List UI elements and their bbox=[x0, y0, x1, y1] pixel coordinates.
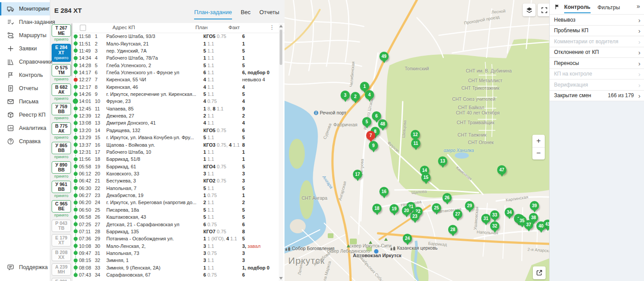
map-marker-37[interactable]: 37 bbox=[524, 220, 533, 232]
table-row[interactable]: 12:277Киренская, 55 ЧИ41.1невывоз 4 bbox=[73, 76, 285, 83]
panel-item-Переносы[interactable]: Переносы› bbox=[550, 58, 644, 69]
collapse-panel-icon[interactable]: » bbox=[637, 3, 640, 10]
table-row[interactable]: 06:3022Напольная, 751.15 bbox=[73, 185, 285, 192]
map-marker-24[interactable]: 24 bbox=[403, 234, 412, 246]
sidebar-item-Письма[interactable]: Письма bbox=[0, 95, 50, 108]
vehicle-plate[interactable]: У 865ВВ bbox=[52, 142, 71, 154]
table-row[interactable]: 14:269г. Иркутск, пересечение ул. Киренс… bbox=[73, 91, 285, 98]
sidebar-item-Реестр КП[interactable]: Реестр КП bbox=[0, 108, 50, 122]
map-marker-16[interactable]: 16 bbox=[379, 187, 389, 199]
table-row[interactable]: 08:1532Зимняя, 131.13 bbox=[73, 257, 285, 264]
table-row[interactable]: 07:4334Сарафановская, 6760.756 bbox=[73, 271, 285, 278]
table-row[interactable]: 11:5618Баррикад, 51/811.11 bbox=[73, 156, 285, 163]
table-row[interactable]: 05:5819Баррикад, 61КГО40.755 bbox=[73, 163, 285, 170]
tab-Вес[interactable]: Вес bbox=[241, 9, 251, 19]
vehicle-plate[interactable]: В 775АК bbox=[52, 122, 71, 135]
vehicle-plate[interactable]: У 890ВВ bbox=[52, 161, 71, 174]
table-row[interactable]: 08:0833Зимняя, 9 (Ленская, 2А)11.11, под… bbox=[73, 264, 285, 271]
table-row[interactable]: 13:3716Щапова - Войкова ул.КГО30.75,41.1… bbox=[73, 141, 285, 148]
map-marker-17[interactable]: 17 bbox=[353, 170, 362, 182]
map-marker-5[interactable]: 5 bbox=[362, 117, 371, 129]
sidebar-item-Отчеты[interactable]: Отчеты bbox=[0, 82, 50, 95]
table-row[interactable]: 06:2723Декабристов, 1910.751 bbox=[73, 192, 285, 199]
table-row[interactable]: 14:176Глеба Успенского ул - Фрунзе ул61.… bbox=[73, 69, 285, 76]
table-row[interactable]: 14:285Глеба Успенского, 251.15 bbox=[73, 61, 285, 68]
vehicle-plate[interactable]: У 961ВВ bbox=[52, 181, 71, 193]
sidebar-item-Справочники[interactable]: Справочники bbox=[0, 55, 50, 68]
map-marker-31[interactable]: 31 bbox=[481, 214, 490, 226]
tab-План-задание[interactable]: План-задание bbox=[194, 9, 232, 19]
map-marker-26[interactable]: 26 bbox=[442, 193, 452, 205]
vehicle-plate[interactable]: О 575ТМ bbox=[52, 64, 71, 76]
select-all-checkbox[interactable] bbox=[80, 25, 86, 31]
zoom-in-button[interactable]: + bbox=[532, 135, 545, 148]
table-row[interactable]: 11:581Рабочего Штаба, 93/3КГО50.756 bbox=[73, 33, 285, 40]
panel-item-Закрытие смен[interactable]: Закрытие смен166 из 179› bbox=[550, 91, 644, 102]
map-marker-9[interactable]: 9 bbox=[369, 141, 378, 153]
table-row[interactable]: 06:2024г. Иркутск, ул. Береговая (напрот… bbox=[73, 199, 285, 206]
sidebar-item-Контроль[interactable]: Контроль bbox=[0, 68, 50, 82]
map-marker-29[interactable]: 29 bbox=[465, 201, 474, 213]
vehicle-plate[interactable]: У 759ВВ bbox=[52, 103, 71, 115]
vehicle-plate[interactable]: Е 284ХТпринято bbox=[52, 44, 71, 62]
map-marker-32[interactable]: 32 bbox=[490, 221, 499, 233]
table-row[interactable]: 12:178Киренская, 4641.14 bbox=[73, 84, 285, 91]
map-marker-4[interactable]: 4 bbox=[365, 90, 374, 102]
vehicle-plate[interactable]: В 682АК bbox=[52, 84, 71, 96]
map-marker-23[interactable]: 23 bbox=[410, 212, 419, 224]
sidebar-item-Мониторинг[interactable]: Мониторинг bbox=[0, 2, 50, 15]
map-marker-19[interactable]: 19 bbox=[389, 204, 399, 216]
map-marker-13[interactable]: 13 bbox=[438, 156, 447, 168]
sidebar-item-support[interactable]: Поддержка bbox=[0, 261, 50, 274]
table-row[interactable]: 12:4511Чапаева, 8518,81.19 bbox=[73, 105, 285, 112]
map-marker-34[interactable]: 34 bbox=[505, 208, 514, 220]
scroll-down-icon[interactable] bbox=[279, 277, 283, 280]
vehicle-plate[interactable]: В 208ХХ bbox=[52, 249, 71, 261]
map-marker-25[interactable]: 25 bbox=[432, 203, 441, 215]
table-row[interactable]: 14:0110Фрунзе, 2340.754 bbox=[73, 98, 285, 105]
table-row[interactable]: 14:344Рабочего Штаба, 78/7а11.11 bbox=[73, 54, 285, 61]
sidebar-item-Аналитика[interactable]: Аналитика bbox=[0, 122, 50, 135]
map-marker-11[interactable]: 11 bbox=[411, 139, 420, 151]
scroll-up-icon[interactable] bbox=[279, 25, 283, 27]
table-row[interactable]: 09:4731Напольная, 7330.753 bbox=[73, 250, 285, 257]
map-marker-28[interactable]: 28 bbox=[448, 225, 457, 237]
panel-item-Отклонение от КП[interactable]: Отклонение от КП› bbox=[550, 47, 644, 58]
table-row[interactable]: 06:4221Бестужева, 3КГО20.753 bbox=[73, 177, 285, 184]
table-menu-icon[interactable]: ⋮ bbox=[269, 24, 275, 30]
table-row[interactable]: 07:2527Детская, 21 - Сарафановская ул60.… bbox=[73, 220, 285, 228]
map-marker-27[interactable]: 27 bbox=[453, 209, 462, 221]
vehicle-plate[interactable]: С 965ВЕ bbox=[52, 200, 71, 213]
map-marker-15[interactable]: 15 bbox=[421, 173, 431, 185]
table-row[interactable]: 13:2915г. Иркутск, ул. Ивана Кочубея-ул.… bbox=[73, 134, 285, 141]
table-row[interactable]: 06:5826Каштаковская, 4351.15 bbox=[73, 213, 285, 220]
vehicle-plate[interactable]: Е 179ХТ bbox=[52, 234, 71, 247]
table-row[interactable]: 12:3912Дежнева, 2721.12 bbox=[73, 112, 285, 119]
map-layers-button[interactable] bbox=[523, 4, 535, 16]
table-row[interactable]: 12:3117Рабочего Штаба, 1011.11 bbox=[73, 148, 285, 156]
map-marker-39[interactable]: 39 bbox=[530, 201, 539, 213]
map-marker-33[interactable]: 33 bbox=[490, 210, 499, 222]
map-fullscreen-button[interactable] bbox=[538, 4, 549, 16]
table-row[interactable]: 06:5025Писарева, 18а51.15 bbox=[73, 206, 285, 213]
panel-item-Невывоз[interactable]: Невывоз› bbox=[550, 15, 644, 26]
map-marker-18[interactable]: 18 bbox=[372, 204, 382, 216]
map-marker-3[interactable]: 3 bbox=[341, 91, 350, 103]
map-marker-47[interactable]: 47 bbox=[497, 165, 506, 177]
sidebar-item-Заявки[interactable]: Заявки bbox=[0, 42, 50, 55]
map-marker-40[interactable]: 40 bbox=[536, 221, 546, 233]
scroll-thumb[interactable] bbox=[280, 30, 282, 65]
table-row[interactable]: 06:1220Каховского, 3331.13 bbox=[73, 170, 285, 177]
sidebar-item-План-задания[interactable]: План-задания bbox=[0, 15, 50, 29]
tab-Отчеты[interactable]: Отчеты bbox=[259, 9, 279, 19]
table-row[interactable]: 11:512Мало-Якутская, 2111.11 bbox=[73, 40, 285, 47]
table-row[interactable]: 07:1128Баррикад, 135КГО70.758 bbox=[73, 228, 285, 235]
map-marker-49[interactable]: 49 bbox=[379, 52, 389, 64]
table-scrollbar[interactable] bbox=[279, 23, 283, 281]
map-marker-20[interactable]: 20 bbox=[402, 206, 411, 218]
vehicle-plate[interactable]: Т 267МЕ bbox=[52, 24, 71, 37]
table-row[interactable]: 13:0813Дмитрия Донского, 4141.14 bbox=[73, 119, 285, 126]
tab-filters[interactable]: Фильтры bbox=[598, 1, 620, 13]
map-canvas[interactable]: ЛеснойПроходной проездТопкинскийСНТ им. … bbox=[285, 0, 549, 281]
vehicle-list-scrollbar[interactable] bbox=[71, 23, 72, 76]
